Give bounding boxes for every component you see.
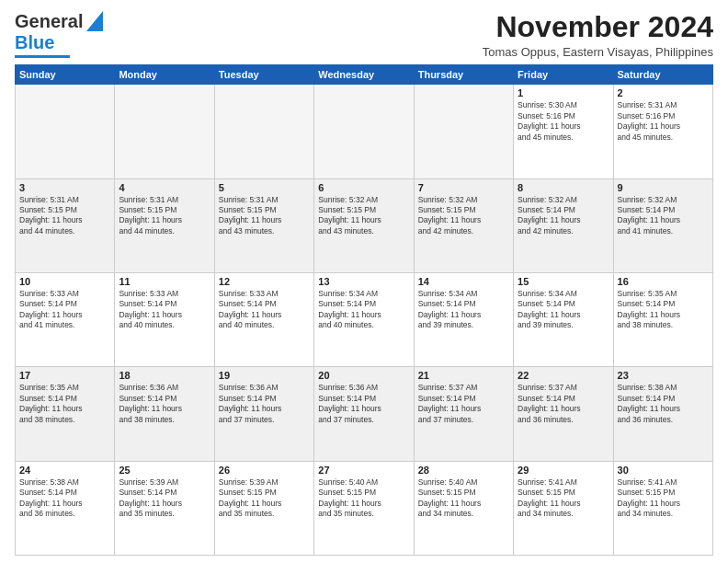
day-number: 26 <box>219 465 310 476</box>
calendar-cell: 7Sunrise: 5:32 AM Sunset: 5:15 PM Daylig… <box>414 178 513 272</box>
week-row-2: 3Sunrise: 5:31 AM Sunset: 5:15 PM Daylig… <box>16 178 713 272</box>
day-info: Sunrise: 5:36 AM Sunset: 5:14 PM Dayligh… <box>119 383 210 425</box>
calendar-cell: 9Sunrise: 5:32 AM Sunset: 5:14 PM Daylig… <box>613 178 712 272</box>
calendar-cell: 10Sunrise: 5:33 AM Sunset: 5:14 PM Dayli… <box>16 272 115 366</box>
day-info: Sunrise: 5:33 AM Sunset: 5:14 PM Dayligh… <box>219 289 310 331</box>
calendar-cell: 29Sunrise: 5:41 AM Sunset: 5:15 PM Dayli… <box>514 461 613 555</box>
month-year: November 2024 <box>483 11 713 43</box>
day-info: Sunrise: 5:31 AM Sunset: 5:15 PM Dayligh… <box>119 195 210 237</box>
day-number: 7 <box>418 182 509 193</box>
calendar-cell: 30Sunrise: 5:41 AM Sunset: 5:15 PM Dayli… <box>613 461 712 555</box>
day-info: Sunrise: 5:38 AM Sunset: 5:14 PM Dayligh… <box>19 477 110 520</box>
calendar-cell: 22Sunrise: 5:37 AM Sunset: 5:14 PM Dayli… <box>514 367 613 461</box>
header: General Blue November 2024 Tomas Oppus, … <box>15 11 713 59</box>
calendar-cell <box>16 85 115 178</box>
day-info: Sunrise: 5:34 AM Sunset: 5:14 PM Dayligh… <box>518 289 609 331</box>
day-number: 1 <box>518 87 609 98</box>
logo-blue: Blue <box>15 32 54 53</box>
calendar-cell: 11Sunrise: 5:33 AM Sunset: 5:14 PM Dayli… <box>115 272 214 366</box>
page: General Blue November 2024 Tomas Oppus, … <box>0 0 728 563</box>
day-number: 14 <box>418 276 509 287</box>
day-info: Sunrise: 5:31 AM Sunset: 5:15 PM Dayligh… <box>219 195 310 237</box>
day-number: 3 <box>19 182 110 193</box>
calendar-cell: 8Sunrise: 5:32 AM Sunset: 5:14 PM Daylig… <box>514 178 613 272</box>
day-number: 23 <box>618 370 709 381</box>
day-number: 19 <box>219 370 310 381</box>
day-number: 27 <box>318 465 409 476</box>
day-number: 20 <box>318 370 409 381</box>
calendar-cell: 15Sunrise: 5:34 AM Sunset: 5:14 PM Dayli… <box>514 272 613 366</box>
title-block: November 2024 Tomas Oppus, Eastern Visay… <box>483 11 713 59</box>
calendar-cell: 27Sunrise: 5:40 AM Sunset: 5:15 PM Dayli… <box>314 461 414 555</box>
location: Tomas Oppus, Eastern Visayas, Philippine… <box>483 45 713 59</box>
calendar-cell <box>115 85 214 178</box>
calendar-cell: 3Sunrise: 5:31 AM Sunset: 5:15 PM Daylig… <box>16 178 115 272</box>
week-row-3: 10Sunrise: 5:33 AM Sunset: 5:14 PM Dayli… <box>16 272 713 366</box>
calendar-cell: 6Sunrise: 5:32 AM Sunset: 5:15 PM Daylig… <box>314 178 414 272</box>
day-info: Sunrise: 5:33 AM Sunset: 5:14 PM Dayligh… <box>119 289 210 331</box>
day-info: Sunrise: 5:34 AM Sunset: 5:14 PM Dayligh… <box>418 289 509 331</box>
day-number: 25 <box>119 465 210 476</box>
day-number: 21 <box>418 370 509 381</box>
day-number: 28 <box>418 465 509 476</box>
calendar-cell: 1Sunrise: 5:30 AM Sunset: 5:16 PM Daylig… <box>514 85 613 178</box>
day-number: 5 <box>219 182 310 193</box>
logo-underline <box>15 55 70 58</box>
day-info: Sunrise: 5:32 AM Sunset: 5:15 PM Dayligh… <box>418 195 509 237</box>
day-info: Sunrise: 5:35 AM Sunset: 5:14 PM Dayligh… <box>618 289 709 331</box>
week-row-1: 1Sunrise: 5:30 AM Sunset: 5:16 PM Daylig… <box>16 85 713 178</box>
day-info: Sunrise: 5:38 AM Sunset: 5:14 PM Dayligh… <box>618 383 709 425</box>
day-info: Sunrise: 5:32 AM Sunset: 5:14 PM Dayligh… <box>618 195 709 237</box>
week-row-5: 24Sunrise: 5:38 AM Sunset: 5:14 PM Dayli… <box>16 461 713 555</box>
calendar-cell: 12Sunrise: 5:33 AM Sunset: 5:14 PM Dayli… <box>214 272 313 366</box>
day-info: Sunrise: 5:40 AM Sunset: 5:15 PM Dayligh… <box>318 477 409 520</box>
day-info: Sunrise: 5:32 AM Sunset: 5:14 PM Dayligh… <box>518 195 609 237</box>
day-info: Sunrise: 5:41 AM Sunset: 5:15 PM Dayligh… <box>518 477 609 520</box>
day-number: 29 <box>518 465 609 476</box>
calendar-cell: 14Sunrise: 5:34 AM Sunset: 5:14 PM Dayli… <box>414 272 513 366</box>
day-info: Sunrise: 5:39 AM Sunset: 5:14 PM Dayligh… <box>119 477 210 520</box>
day-number: 9 <box>618 182 709 193</box>
day-number: 4 <box>119 182 210 193</box>
day-header-sunday: Sunday <box>16 65 115 85</box>
day-info: Sunrise: 5:30 AM Sunset: 5:16 PM Dayligh… <box>518 100 609 143</box>
svg-marker-0 <box>86 11 103 31</box>
day-number: 15 <box>518 276 609 287</box>
day-header-monday: Monday <box>115 65 214 85</box>
day-info: Sunrise: 5:37 AM Sunset: 5:14 PM Dayligh… <box>518 383 609 425</box>
day-header-saturday: Saturday <box>613 65 712 85</box>
calendar-cell: 13Sunrise: 5:34 AM Sunset: 5:14 PM Dayli… <box>314 272 414 366</box>
day-number: 30 <box>618 465 709 476</box>
calendar-cell <box>414 85 513 178</box>
calendar-cell: 24Sunrise: 5:38 AM Sunset: 5:14 PM Dayli… <box>16 461 115 555</box>
logo-general: General <box>15 11 83 32</box>
day-number: 17 <box>19 370 110 381</box>
day-number: 10 <box>19 276 110 287</box>
day-info: Sunrise: 5:36 AM Sunset: 5:14 PM Dayligh… <box>318 383 409 425</box>
day-header-wednesday: Wednesday <box>314 65 414 85</box>
calendar-cell <box>314 85 414 178</box>
day-number: 6 <box>318 182 409 193</box>
day-info: Sunrise: 5:31 AM Sunset: 5:15 PM Dayligh… <box>19 195 110 237</box>
logo: General Blue <box>15 11 103 58</box>
day-number: 11 <box>119 276 210 287</box>
day-header-thursday: Thursday <box>414 65 513 85</box>
day-info: Sunrise: 5:37 AM Sunset: 5:14 PM Dayligh… <box>418 383 509 425</box>
day-number: 12 <box>219 276 310 287</box>
day-info: Sunrise: 5:35 AM Sunset: 5:14 PM Dayligh… <box>19 383 110 425</box>
week-row-4: 17Sunrise: 5:35 AM Sunset: 5:14 PM Dayli… <box>16 367 713 461</box>
calendar-cell: 4Sunrise: 5:31 AM Sunset: 5:15 PM Daylig… <box>115 178 214 272</box>
calendar-cell: 26Sunrise: 5:39 AM Sunset: 5:15 PM Dayli… <box>214 461 313 555</box>
calendar-cell: 25Sunrise: 5:39 AM Sunset: 5:14 PM Dayli… <box>115 461 214 555</box>
day-info: Sunrise: 5:41 AM Sunset: 5:15 PM Dayligh… <box>618 477 709 520</box>
calendar-cell: 16Sunrise: 5:35 AM Sunset: 5:14 PM Dayli… <box>613 272 712 366</box>
day-number: 2 <box>618 87 709 98</box>
calendar-cell: 17Sunrise: 5:35 AM Sunset: 5:14 PM Dayli… <box>16 367 115 461</box>
day-info: Sunrise: 5:32 AM Sunset: 5:15 PM Dayligh… <box>318 195 409 237</box>
calendar-cell: 28Sunrise: 5:40 AM Sunset: 5:15 PM Dayli… <box>414 461 513 555</box>
days-header-row: SundayMondayTuesdayWednesdayThursdayFrid… <box>16 65 713 85</box>
day-info: Sunrise: 5:36 AM Sunset: 5:14 PM Dayligh… <box>219 383 310 425</box>
calendar-cell: 2Sunrise: 5:31 AM Sunset: 5:16 PM Daylig… <box>613 85 712 178</box>
calendar-table: SundayMondayTuesdayWednesdayThursdayFrid… <box>15 64 713 556</box>
day-number: 8 <box>518 182 609 193</box>
